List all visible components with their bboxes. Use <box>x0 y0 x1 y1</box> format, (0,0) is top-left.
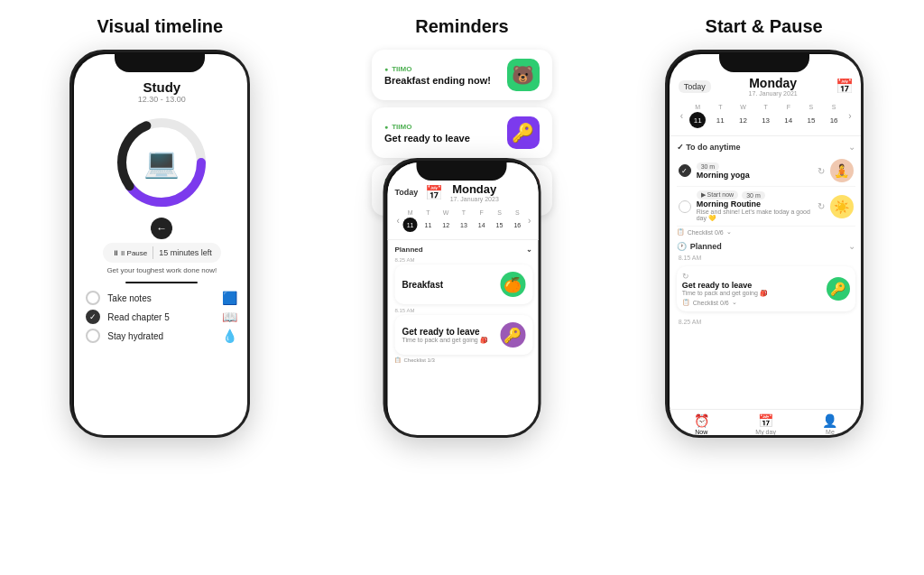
p3-planned-time-2: 8.25 AM <box>677 315 855 325</box>
p2-week-row: ‹ M 11 T 11 W <box>394 206 532 236</box>
p2-date: 17. January 2023 <box>450 196 499 202</box>
p3-prev[interactable]: ‹ <box>680 111 683 121</box>
p3-today-btn[interactable]: Today <box>679 80 711 93</box>
p3-date: 17. January 2021 <box>749 90 798 97</box>
phone-screen-2: Today 📅 Monday 17. January 2023 ‹ <box>387 162 540 437</box>
p3-next[interactable]: › <box>848 111 851 121</box>
p2-event-2-info: Get ready to leave Time to pack and get … <box>402 327 500 344</box>
phone-frame-3: Today Monday 17. January 2021 📅 ‹ M 11 <box>665 50 864 438</box>
p3-todo-chevron[interactable]: ⌄ <box>848 142 855 152</box>
p3-wd-T2: T 13 <box>758 104 774 128</box>
p1-time-left: 15 minutes left <box>159 248 212 257</box>
p3-me-icon: 👤 <box>822 413 837 428</box>
notif-2-emoji: 🔑 <box>507 116 540 149</box>
p3-now-icon: ⏰ <box>694 413 709 428</box>
p1-progress-circle: 💻 <box>112 113 211 212</box>
p1-time-range: 12.30 - 13.00 <box>138 95 186 104</box>
p1-task-1-icon: 🟦 <box>222 291 237 305</box>
p2-weekday-T1: T 11 <box>420 209 435 232</box>
p3-body: ✓ To do anytime ⌄ ✓ 30 m Morning yo <box>670 136 863 409</box>
p1-task-2-icon: 📖 <box>222 310 237 324</box>
p2-weekday-S2: S 16 <box>510 209 524 232</box>
phone2-wrapper: TIIMO Breakfast ending now! 🐻 TIIMO Get … <box>363 50 561 438</box>
p3-planned-repeat: ↻ <box>682 272 689 281</box>
p2-event-2-title: Get ready to leave <box>402 327 500 337</box>
p3-nav-me[interactable]: 👤 Me <box>798 413 862 435</box>
p2-weekday-M: M 11 <box>403 209 418 232</box>
p3-myday-icon: 📅 <box>758 413 773 428</box>
p1-task-3-icon: 💧 <box>222 329 237 343</box>
phone2-front: Today 📅 Monday 17. January 2023 ‹ <box>383 158 541 438</box>
p3-task-yoga[interactable]: ✓ 30 m Morning yoga ↻ 🧘 <box>677 155 855 187</box>
p1-pause-icon: ⏸ <box>112 249 119 257</box>
p3-wd-T1: T 11 <box>712 104 728 128</box>
p3-nav-now[interactable]: ⏰ Now <box>670 413 734 435</box>
p3-planned-1-title: Get ready to leave <box>682 281 821 290</box>
main-content: Visual timeline Study 12.30 - 13.00 💻 ← <box>0 0 924 438</box>
p1-task-2[interactable]: ✓ Read chapter 5 📖 <box>86 310 237 324</box>
p3-planned-1-info: ↻ Get ready to leave Time to pack and ge… <box>682 272 821 306</box>
p1-task-3[interactable]: Stay hydrated 💧 <box>86 329 237 343</box>
p3-routine-check[interactable] <box>679 200 691 213</box>
p2-event-1-icon: 🍊 <box>500 272 525 297</box>
p2-weekday-T2: T 13 <box>457 209 471 232</box>
p1-pause-button[interactable]: ⏸ II Pause <box>112 249 147 257</box>
notif-1-label: TIIMO Breakfast ending now! <box>384 65 498 86</box>
p1-pause-label: II Pause <box>121 249 147 257</box>
notif-1-emoji: 🐻 <box>507 59 540 91</box>
p1-task-2-check[interactable]: ✓ <box>86 310 100 324</box>
p3-bottom-nav: ⏰ Now 📅 My day 👤 Me <box>670 409 863 437</box>
p1-task-3-check[interactable] <box>86 329 100 343</box>
p3-section-planned: 🕐 Planned ⌄ 8.15 AM ↻ Get ready t <box>677 241 855 325</box>
phone-screen-3: Today Monday 17. January 2021 📅 ‹ M 11 <box>670 54 863 437</box>
p2-prev-week[interactable]: ‹ <box>396 216 399 226</box>
p3-yoga-check[interactable]: ✓ <box>679 164 691 177</box>
p3-header-top: Today Monday 17. January 2021 📅 <box>679 76 854 97</box>
notif-card-2: TIIMO Get ready to leave 🔑 <box>372 107 552 158</box>
p3-planned-header: 🕐 Planned ⌄ <box>677 241 855 251</box>
section-reminders: Reminders TIIMO Breakfast ending now! 🐻 <box>322 16 602 438</box>
p3-planned-checklist: 📋 Checklist 0/6 ⌄ <box>682 299 821 306</box>
p2-next-week[interactable]: › <box>528 216 531 226</box>
p2-header-top: Today 📅 Monday 17. January 2023 <box>394 182 532 202</box>
p2-event-2[interactable]: Get ready to leave Time to pack and get … <box>394 315 532 355</box>
p2-event-2-icon: 🔑 <box>500 322 525 348</box>
p1-task-1[interactable]: Take notes 🟦 <box>86 291 237 305</box>
p3-yoga-title: Morning yoga <box>697 171 812 180</box>
section-title-3: Start & Pause <box>706 16 823 37</box>
p3-yoga-repeat: ↻ <box>818 166 825 176</box>
p2-event-1[interactable]: Breakfast 🍊 <box>394 264 532 304</box>
notif-2-label: TIIMO Get ready to leave <box>384 123 498 144</box>
notif-1-app: TIIMO <box>384 65 498 73</box>
phone-notch-3 <box>719 52 809 72</box>
notif-card-1: TIIMO Breakfast ending now! 🐻 <box>372 50 552 100</box>
p3-routine-repeat: ↻ <box>818 201 825 211</box>
p1-task-2-label: Read chapter 5 <box>107 312 215 322</box>
p1-task-1-check[interactable] <box>86 291 100 305</box>
section-title-2: Reminders <box>415 16 508 37</box>
p3-planned-chevron[interactable]: ⌄ <box>848 241 855 251</box>
p3-day-name: Monday <box>749 76 798 90</box>
phone-screen-1: Study 12.30 - 13.00 💻 ← ⏸ II Pause <box>74 54 249 437</box>
p1-task-1-label: Take notes <box>107 293 215 303</box>
p3-routine-checklist: 📋 Checklist 0/6 ⌄ <box>677 228 855 236</box>
p1-back-button[interactable]: ← <box>151 218 172 239</box>
p3-planned-time: 8.15 AM <box>677 255 855 263</box>
p3-start-btn[interactable]: ▶ Start now <box>697 190 739 199</box>
p2-event-2-sub: Time to pack and get going 🎒 <box>402 337 500 344</box>
phone-frame-1: Study 12.30 - 13.00 💻 ← ⏸ II Pause <box>69 50 250 438</box>
p3-wd-F: F 14 <box>781 104 797 128</box>
p1-motivation: Get your toughest work done now! <box>106 266 217 274</box>
p3-week-row: ‹ M 11 T 11 W 12 <box>679 100 854 132</box>
p3-routine-info: ▶ Start now 30 m Morning Routine Rise an… <box>697 190 812 222</box>
p2-weekday-W: W 12 <box>439 209 453 232</box>
p3-planned-1-sub: Time to pack and get going 🎒 <box>682 290 821 297</box>
p3-todo-label: ✓ To do anytime <box>677 143 741 152</box>
section-start-pause: Start & Pause Today Monday 17. January 2… <box>624 16 904 438</box>
p3-planned-event-1[interactable]: ↻ Get ready to leave Time to pack and ge… <box>677 266 855 311</box>
p3-task-routine[interactable]: ▶ Start now 30 m Morning Routine Rise an… <box>677 187 855 227</box>
p2-day-name: Monday <box>450 182 499 196</box>
p2-today[interactable]: Today <box>394 188 418 197</box>
p1-study-title: Study <box>143 79 180 95</box>
p3-nav-myday[interactable]: 📅 My day <box>734 413 798 435</box>
